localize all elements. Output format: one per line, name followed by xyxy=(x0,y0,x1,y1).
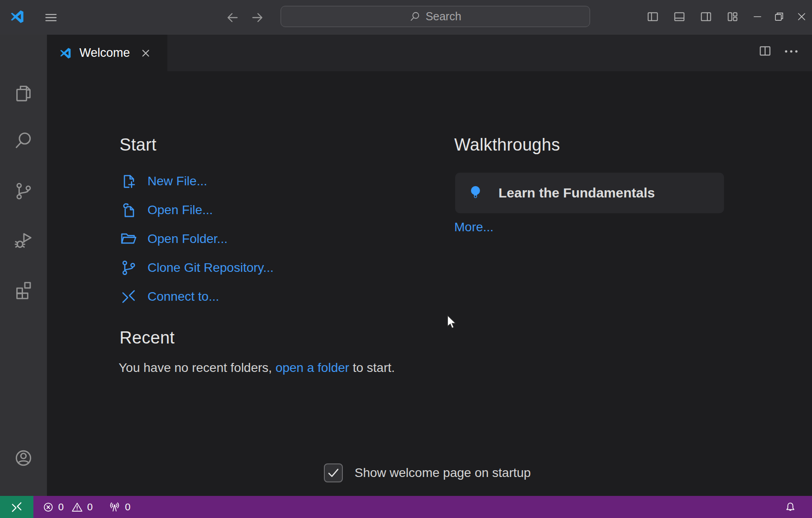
git-branch-icon xyxy=(120,259,138,277)
run-debug-icon[interactable] xyxy=(13,230,34,251)
editor-more-actions-icon[interactable] xyxy=(784,46,799,56)
recent-empty-text: You have no recent folders, open a folde… xyxy=(119,361,395,375)
start-item-label: Open File... xyxy=(148,203,213,217)
start-item-label: New File... xyxy=(148,174,207,188)
recent-heading: Recent xyxy=(120,328,175,348)
open-file-link[interactable]: Open File... xyxy=(120,199,213,221)
open-a-folder-link[interactable]: open a folder xyxy=(276,361,349,375)
show-welcome-checkbox[interactable] xyxy=(324,463,343,482)
start-item-label: Clone Git Repository... xyxy=(148,261,274,275)
vscode-logo-icon xyxy=(9,9,25,25)
startup-checkbox-label: Show welcome page on startup xyxy=(355,466,531,480)
search-view-icon[interactable] xyxy=(13,130,34,151)
connect-to-link[interactable]: Connect to... xyxy=(120,286,219,307)
open-file-icon xyxy=(120,201,138,219)
start-heading: Start xyxy=(120,135,157,155)
toggle-secondary-sidebar-icon[interactable] xyxy=(699,10,713,23)
remote-icon xyxy=(120,288,138,306)
ports-count: 0 xyxy=(125,501,130,513)
startup-checkbox-row: Show welcome page on startup xyxy=(324,463,531,482)
toggle-primary-sidebar-icon[interactable] xyxy=(646,10,660,23)
radio-tower-icon xyxy=(108,501,121,513)
walkthroughs-more-link[interactable]: More... xyxy=(454,220,494,234)
walkthrough-card-fundamentals[interactable]: Learn the Fundamentals xyxy=(455,173,724,213)
activity-bar xyxy=(0,35,47,496)
vscode-logo-icon xyxy=(59,46,72,60)
checkmark-icon xyxy=(326,465,341,481)
close-window-icon[interactable] xyxy=(796,11,807,23)
ports-status[interactable]: 0 xyxy=(108,496,130,518)
recent-empty-prefix: You have no recent folders, xyxy=(119,361,276,375)
explorer-icon[interactable] xyxy=(13,83,34,104)
warning-icon xyxy=(71,501,83,513)
menu-icon[interactable] xyxy=(43,10,59,25)
split-editor-icon[interactable] xyxy=(758,44,772,58)
lightbulb-icon xyxy=(466,183,485,202)
customize-layout-icon[interactable] xyxy=(726,10,739,23)
open-folder-icon xyxy=(120,230,138,248)
close-tab-icon[interactable] xyxy=(140,47,152,59)
remote-icon xyxy=(10,500,23,514)
recent-empty-suffix: to start. xyxy=(349,361,395,375)
tab-bar: Welcome xyxy=(47,35,812,71)
search-icon xyxy=(409,11,421,23)
start-item-label: Open Folder... xyxy=(148,232,227,246)
welcome-page xyxy=(47,71,812,496)
toggle-panel-icon[interactable] xyxy=(673,10,686,23)
notifications-bell-icon[interactable] xyxy=(784,501,797,513)
warning-count: 0 xyxy=(87,501,92,513)
tab-welcome[interactable]: Welcome xyxy=(47,35,167,71)
clone-repo-link[interactable]: Clone Git Repository... xyxy=(120,257,274,279)
error-icon xyxy=(42,501,54,513)
back-arrow-icon[interactable] xyxy=(225,10,240,25)
tab-label: Welcome xyxy=(79,46,130,60)
problems-status[interactable]: 0 0 xyxy=(42,496,93,518)
forward-arrow-icon[interactable] xyxy=(250,10,265,25)
open-folder-link[interactable]: Open Folder... xyxy=(120,228,227,250)
new-file-link[interactable]: New File... xyxy=(120,170,207,192)
search-placeholder: Search xyxy=(425,10,461,23)
remote-indicator[interactable] xyxy=(0,496,33,518)
account-icon[interactable] xyxy=(13,448,34,468)
minimize-icon[interactable] xyxy=(752,11,763,23)
restore-icon[interactable] xyxy=(773,11,785,23)
command-center-search[interactable]: Search xyxy=(281,6,590,27)
walkthrough-card-title: Learn the Fundamentals xyxy=(498,185,655,201)
title-bar: Search xyxy=(0,0,812,35)
start-item-label: Connect to... xyxy=(148,289,219,304)
extensions-icon[interactable] xyxy=(13,279,34,299)
new-file-icon xyxy=(120,172,138,190)
status-bar: 0 0 0 xyxy=(0,496,812,518)
error-count: 0 xyxy=(58,501,64,513)
walkthroughs-heading: Walkthroughs xyxy=(454,135,560,155)
source-control-icon[interactable] xyxy=(13,181,34,202)
